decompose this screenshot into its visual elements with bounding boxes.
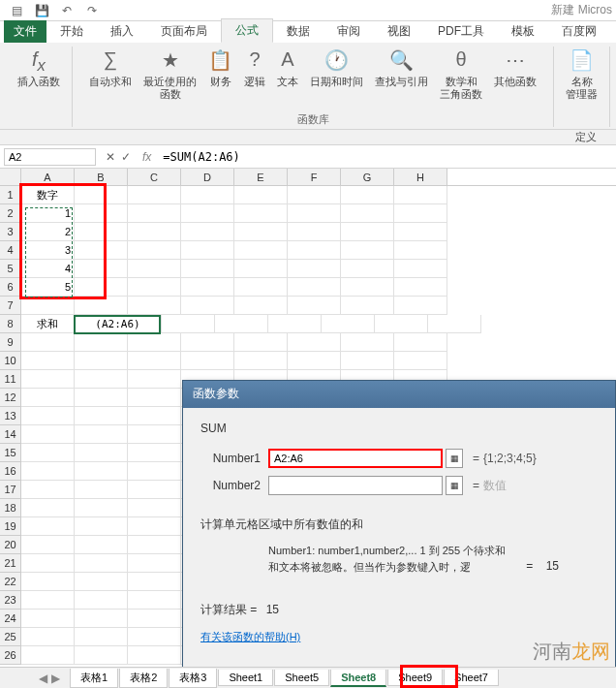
cell-A12[interactable] xyxy=(21,389,75,407)
cell-H4[interactable] xyxy=(394,241,447,260)
other-button[interactable]: ⋯其他函数 xyxy=(490,47,540,103)
cell-H10[interactable] xyxy=(394,352,447,370)
cell-C13[interactable] xyxy=(128,407,181,425)
cell-G5[interactable] xyxy=(341,260,394,278)
tab-pdf[interactable]: PDF工具 xyxy=(424,20,498,43)
fx-icon[interactable]: fx xyxy=(137,150,157,164)
cell-D5[interactable] xyxy=(181,260,234,278)
row-header[interactable]: 21 xyxy=(0,554,21,573)
row-header[interactable]: 2 xyxy=(0,204,21,223)
cell-A1[interactable]: 数字 xyxy=(21,186,75,204)
cell-C2[interactable] xyxy=(128,204,181,223)
cell-A7[interactable] xyxy=(21,297,75,315)
sheet-tab-5[interactable]: Sheet5 xyxy=(274,670,329,686)
cell-G7[interactable] xyxy=(341,297,394,315)
cell-H1[interactable] xyxy=(394,186,447,204)
cell-G6[interactable] xyxy=(341,278,394,297)
row-header[interactable]: 1 xyxy=(0,186,21,204)
cell-F5[interactable] xyxy=(288,260,341,278)
cell-B26[interactable] xyxy=(75,646,128,665)
cell-E9[interactable] xyxy=(234,333,288,352)
row-header[interactable]: 14 xyxy=(0,425,21,444)
cell-A14[interactable] xyxy=(21,425,75,444)
cell-A8[interactable]: 求和 xyxy=(21,315,75,333)
cell-C21[interactable] xyxy=(128,554,181,573)
cell-D2[interactable] xyxy=(181,204,234,223)
tab-layout[interactable]: 页面布局 xyxy=(147,20,221,43)
cell-C26[interactable] xyxy=(128,646,181,665)
cell-G10[interactable] xyxy=(341,352,394,370)
col-E[interactable]: E xyxy=(234,169,288,185)
tab-prev-icon[interactable]: ◀ xyxy=(39,672,47,685)
cell-C10[interactable] xyxy=(128,352,181,370)
cell-F8[interactable] xyxy=(322,315,375,333)
row-header[interactable]: 4 xyxy=(0,241,21,260)
name-manager-button[interactable]: 📄名称 管理器 xyxy=(562,47,601,103)
cell-A13[interactable] xyxy=(21,407,75,425)
save-icon[interactable]: 💾 xyxy=(33,4,50,17)
cell-C6[interactable] xyxy=(128,278,181,297)
cell-A19[interactable] xyxy=(21,517,75,536)
cell-C18[interactable] xyxy=(128,499,181,517)
row-header[interactable]: 20 xyxy=(0,536,21,554)
sheet-tab-8[interactable]: Sheet7 xyxy=(444,670,499,686)
cell-B20[interactable] xyxy=(75,536,128,554)
cell-H6[interactable] xyxy=(394,278,447,297)
cell-A15[interactable] xyxy=(21,444,75,462)
cell-C7[interactable] xyxy=(128,297,181,315)
cell-B23[interactable] xyxy=(75,591,128,610)
row-header[interactable]: 17 xyxy=(0,481,21,499)
cell-E6[interactable] xyxy=(234,278,288,297)
cell-H5[interactable] xyxy=(394,260,447,278)
cell-A2[interactable]: 1 xyxy=(21,204,75,223)
cell-H9[interactable] xyxy=(394,333,447,352)
cell-F2[interactable] xyxy=(288,204,341,223)
cell-B21[interactable] xyxy=(75,554,128,573)
cell-E5[interactable] xyxy=(234,260,288,278)
cell-B18[interactable] xyxy=(75,499,128,517)
arg2-range-picker[interactable]: ▦ xyxy=(446,476,463,495)
cell-B19[interactable] xyxy=(75,517,128,536)
cell-H8[interactable] xyxy=(428,315,481,333)
cell-C15[interactable] xyxy=(128,444,181,462)
row-header[interactable]: 15 xyxy=(0,444,21,462)
cell-G1[interactable] xyxy=(341,186,394,204)
lookup-button[interactable]: 🔍查找与引用 xyxy=(371,47,432,103)
row-header[interactable]: 19 xyxy=(0,517,21,536)
cell-A6[interactable]: 5 xyxy=(21,278,75,297)
autosum-button[interactable]: ∑自动求和 xyxy=(85,47,136,103)
arg1-range-picker[interactable]: ▦ xyxy=(446,449,463,468)
cell-A9[interactable] xyxy=(21,333,75,352)
col-G[interactable]: G xyxy=(341,169,394,185)
math-button[interactable]: θ数学和 三角函数 xyxy=(436,47,486,103)
cell-B9[interactable] xyxy=(75,333,128,352)
tab-file[interactable]: 文件 xyxy=(4,20,46,43)
tab-insert[interactable]: 插入 xyxy=(97,20,147,43)
cell-A23[interactable] xyxy=(21,591,75,610)
sheet-tab-6[interactable]: Sheet8 xyxy=(330,670,386,687)
cell-C3[interactable] xyxy=(128,223,181,241)
cell-B1[interactable] xyxy=(75,186,128,204)
row-header[interactable]: 5 xyxy=(0,260,21,278)
tab-baidu[interactable]: 百度网 xyxy=(548,20,610,43)
cell-B5[interactable] xyxy=(75,260,128,278)
sheet-tab-1[interactable]: 表格1 xyxy=(70,669,118,688)
cell-C12[interactable] xyxy=(128,389,181,407)
row-header[interactable]: 18 xyxy=(0,499,21,517)
tab-formulas[interactable]: 公式 xyxy=(221,18,273,43)
cell-E7[interactable] xyxy=(234,297,288,315)
tab-data[interactable]: 数据 xyxy=(273,20,323,43)
insert-function-button[interactable]: fx 插入函数 xyxy=(14,47,64,90)
arg1-input[interactable] xyxy=(268,449,443,468)
cell-D4[interactable] xyxy=(181,241,234,260)
cell-C8[interactable] xyxy=(162,315,215,333)
cell-D8[interactable] xyxy=(215,315,268,333)
sheet-tab-2[interactable]: 表格2 xyxy=(119,669,168,688)
tab-home[interactable]: 开始 xyxy=(46,20,97,43)
financial-button[interactable]: 📋财务 xyxy=(204,47,236,103)
datetime-button[interactable]: 🕐日期和时间 xyxy=(306,47,367,103)
cell-C11[interactable] xyxy=(128,370,181,389)
row-header[interactable]: 24 xyxy=(0,610,21,628)
row-header[interactable]: 22 xyxy=(0,573,21,591)
cell-C19[interactable] xyxy=(128,517,181,536)
